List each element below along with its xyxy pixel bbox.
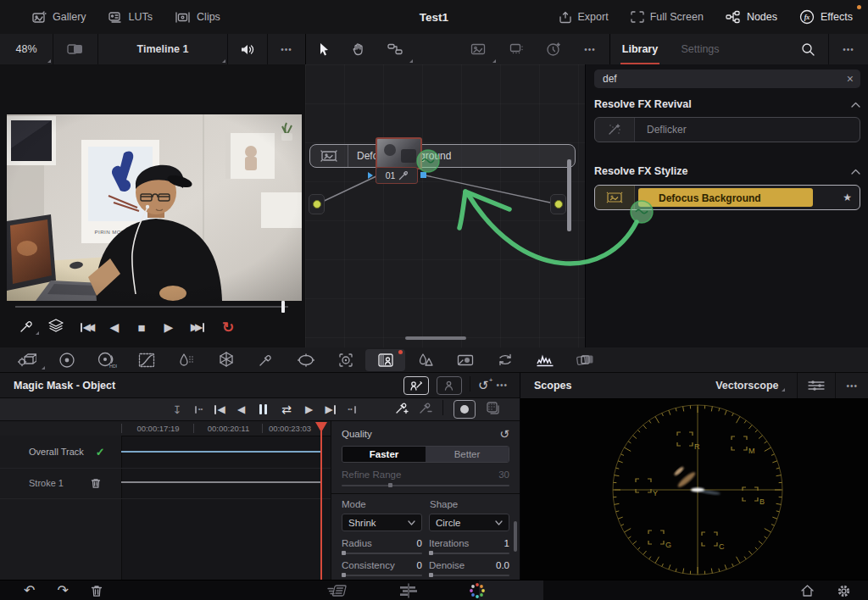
undo-button[interactable]: ↶ xyxy=(24,584,35,597)
color-page-button[interactable] xyxy=(468,581,487,600)
step-to-in-button[interactable]: •• xyxy=(188,406,209,414)
pause-tracking-button[interactable] xyxy=(252,404,275,414)
refine-range-slider[interactable] xyxy=(342,485,509,486)
track-row-overall[interactable]: Overall Track ✓ xyxy=(0,436,331,469)
grab-still-button[interactable] xyxy=(12,319,41,336)
library-search-input[interactable] xyxy=(601,72,847,86)
track-forward-button[interactable]: ▶ xyxy=(298,404,320,414)
node-graph-hscrollbar[interactable] xyxy=(405,336,466,340)
section-header-stylize[interactable]: Resolve FX Stylize xyxy=(594,164,860,179)
loop-button[interactable]: ↻ xyxy=(213,320,243,335)
scope-settings-icon[interactable] xyxy=(808,379,825,392)
scopes-tool[interactable] xyxy=(525,349,565,371)
patch-replacer-tool[interactable] xyxy=(445,349,485,371)
timeline-selector[interactable]: Timeline 1 xyxy=(98,34,227,64)
go-last-frame-button[interactable]: ▶ xyxy=(320,404,341,414)
quality-reset-button[interactable]: ↺ xyxy=(499,428,509,440)
denoise-slider[interactable] xyxy=(429,575,509,576)
magic-mask-timeline[interactable]: 00:00:17:19 00:00:20:11 00:00:23:03 Over… xyxy=(0,421,331,580)
scopes-options-button[interactable]: ••• xyxy=(846,381,858,391)
node-graph-vscrollbar[interactable] xyxy=(567,159,571,231)
node-output-port[interactable] xyxy=(420,172,426,178)
mute-button[interactable] xyxy=(228,34,267,64)
mode-dropdown[interactable]: Shrink xyxy=(342,514,422,531)
go-first-frame-button[interactable]: ◀ xyxy=(209,404,231,414)
quality-option-better[interactable]: Better xyxy=(426,447,509,462)
magic-mask-tool[interactable] xyxy=(365,349,405,371)
curves-tool[interactable] xyxy=(126,349,166,371)
scrubber-playhead[interactable] xyxy=(281,301,285,313)
timeline-ruler[interactable]: 00:00:17:19 00:00:20:11 00:00:23:03 xyxy=(0,421,331,436)
qualifier-tool[interactable] xyxy=(166,349,206,371)
quality-panel-scrollbar[interactable] xyxy=(514,521,517,552)
video-preview[interactable]: PIRIN MOUNTAINS xyxy=(7,114,302,301)
mask-options-button[interactable]: ••• xyxy=(496,381,508,390)
bypass-grades-button[interactable] xyxy=(53,34,97,64)
add-stroke-picker-button[interactable] xyxy=(395,401,409,418)
output-node[interactable] xyxy=(550,194,566,214)
settings-gear-button[interactable] xyxy=(837,584,851,598)
person-mask-mode-button[interactable] xyxy=(437,376,462,395)
node-connect-tool-button[interactable] xyxy=(376,34,415,64)
delete-button[interactable] xyxy=(91,585,103,597)
color-wheels-tool[interactable] xyxy=(47,349,86,371)
track-bidirectional-button[interactable]: ⇄ xyxy=(275,403,298,415)
dragged-effect-item[interactable]: Defocus Background xyxy=(309,144,576,168)
matte-finesse-button[interactable] xyxy=(486,401,501,419)
viewer-zoom-button[interactable]: 48% xyxy=(0,34,53,64)
timeline-playhead-line[interactable] xyxy=(320,423,322,580)
clear-search-icon[interactable]: × xyxy=(847,73,854,85)
source-node[interactable] xyxy=(309,194,325,214)
home-button[interactable] xyxy=(800,584,815,597)
tracker-tool[interactable] xyxy=(326,349,365,371)
picker-tool[interactable] xyxy=(246,349,286,371)
object-mask-mode-button[interactable] xyxy=(403,376,429,395)
cut-page-button[interactable] xyxy=(327,583,349,598)
library-search-button[interactable] xyxy=(787,34,828,64)
clip-thumb-view-button[interactable] xyxy=(459,34,498,64)
reset-mask-button[interactable]: ↺+ xyxy=(478,378,489,393)
stop-button[interactable]: ■ xyxy=(128,321,155,334)
library-options-button[interactable]: ••• xyxy=(829,34,868,64)
blur-tool[interactable] xyxy=(405,349,445,371)
edit-page-button[interactable] xyxy=(398,583,419,598)
show-mask-overlay-button[interactable] xyxy=(453,400,476,419)
overall-track-bar[interactable] xyxy=(121,451,321,453)
play-reverse-button[interactable]: ◀ xyxy=(101,321,128,333)
cache-button[interactable] xyxy=(535,34,570,64)
redo-button[interactable]: ↷ xyxy=(57,584,68,597)
viewer-options-button[interactable]: ••• xyxy=(268,34,305,64)
effect-item-deflicker[interactable]: Deflicker xyxy=(594,117,860,142)
corrector-node-01[interactable]: 01 xyxy=(376,167,418,184)
tab-settings[interactable]: Settings xyxy=(670,34,731,64)
favorite-star-icon[interactable]: ★ xyxy=(843,192,852,203)
viewer-scrubber[interactable] xyxy=(15,306,288,308)
go-to-start-button[interactable]: ◀◀ xyxy=(71,322,101,332)
node-thumbnail[interactable] xyxy=(376,137,422,169)
section-header-revival[interactable]: Resolve FX Revival xyxy=(594,97,860,112)
shape-dropdown[interactable]: Circle xyxy=(429,514,509,531)
hdr-wheels-tool[interactable]: HDR xyxy=(86,349,126,371)
consistency-slider[interactable] xyxy=(342,575,422,576)
remove-stroke-picker-button[interactable] xyxy=(419,401,432,418)
wipe-modes-button[interactable] xyxy=(41,319,71,336)
delete-stroke-icon[interactable] xyxy=(91,478,101,489)
track-in-button[interactable]: ↧ xyxy=(166,404,188,415)
color-space-tool[interactable] xyxy=(7,349,47,371)
stroke1-track-bar[interactable] xyxy=(121,481,321,483)
window-tool[interactable] xyxy=(286,349,326,371)
iterations-slider[interactable] xyxy=(429,553,509,554)
effect-item-defocus-background[interactable]: Defocus Background ★ xyxy=(594,185,860,210)
node-input-port[interactable] xyxy=(368,172,373,179)
lut-browser-button[interactable] xyxy=(498,34,535,64)
warper-tool[interactable] xyxy=(206,349,246,371)
pointer-tool-button[interactable] xyxy=(306,34,342,64)
grade-layers-tool[interactable] xyxy=(565,349,604,371)
node-graph[interactable]: Defocus Background 01 xyxy=(305,64,585,347)
cycle-grades-tool[interactable] xyxy=(485,349,525,371)
radius-slider[interactable] xyxy=(342,553,422,554)
tab-library[interactable]: Library xyxy=(610,34,670,64)
step-to-out-button[interactable]: •• xyxy=(341,406,363,414)
play-button[interactable]: ▶ xyxy=(155,321,182,333)
scope-type-selector[interactable]: Vectorscope xyxy=(714,378,787,393)
